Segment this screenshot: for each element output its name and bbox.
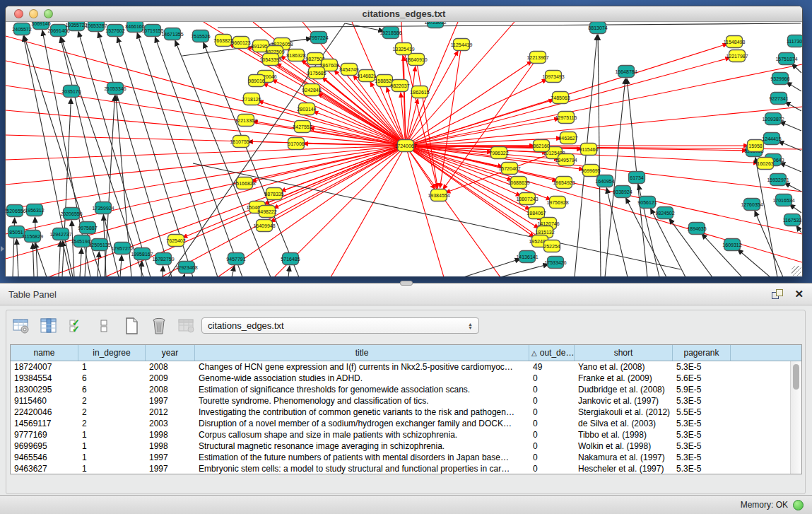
graph-node[interactable]: 9457791 xyxy=(226,253,245,265)
window-titlebar[interactable]: citations_edges.txt xyxy=(6,6,802,22)
graph-node[interactable]: 15958 xyxy=(748,140,764,152)
graph-node[interactable]: 13325419 xyxy=(392,43,414,55)
graph-node[interactable]: 1244415 xyxy=(762,133,781,145)
graph-node[interactable]: 18495794 xyxy=(555,154,577,166)
graph-node[interactable]: 19218586 xyxy=(379,27,401,39)
minimize-window-button[interactable] xyxy=(29,9,38,18)
float-panel-icon[interactable] xyxy=(772,289,783,299)
window-resize-grip[interactable] xyxy=(792,266,801,276)
graph-node[interactable]: 7663822 xyxy=(213,35,233,47)
graph-node[interactable]: 5878335 xyxy=(264,188,283,200)
graph-node[interactable]: 12217987 xyxy=(726,50,748,62)
graph-node[interactable]: 9338924 xyxy=(613,186,632,198)
table-row[interactable]: 911546021997Tourette syndrome. Phenomeno… xyxy=(11,395,790,407)
graph-node[interactable]: 12760354 xyxy=(741,199,763,211)
graph-node[interactable]: 1956312 xyxy=(25,204,44,216)
graph-node[interactable]: 20206556 xyxy=(60,208,82,220)
graph-node[interactable]: 15723012 xyxy=(424,22,446,28)
graph-node[interactable]: 9699695 xyxy=(581,165,600,177)
citation-network-graph[interactable]: 2405572306914020691406193557221065328715… xyxy=(6,22,802,276)
graph-node[interactable]: 9463627 xyxy=(558,132,577,144)
table-row[interactable]: 2242004622012Investigating the contribut… xyxy=(11,407,790,418)
graph-node[interactable]: 9822037 xyxy=(390,80,409,92)
graph-node[interactable]: 9329966 xyxy=(770,73,789,85)
column-header-year[interactable]: year xyxy=(146,345,195,361)
graph-node[interactable]: 160263 xyxy=(757,158,773,170)
graph-node[interactable]: 989016 xyxy=(248,75,264,87)
graph-node[interactable]: 12923468 xyxy=(175,262,197,274)
column-header-name[interactable]: name xyxy=(11,345,78,361)
graph-node[interactable]: 17240067 xyxy=(394,140,416,152)
graph-node[interactable]: 25206556 xyxy=(6,205,26,217)
graph-node[interactable]: 10719155 xyxy=(141,25,163,37)
column-header-title[interactable]: title xyxy=(195,345,529,361)
graph-node[interactable]: 15166828 xyxy=(233,177,255,189)
graph-node[interactable]: 8454749 xyxy=(339,64,358,76)
zoom-window-button[interactable] xyxy=(44,9,53,18)
graph-node[interactable]: 16409948 xyxy=(253,220,275,232)
graph-node[interactable]: 19384554 xyxy=(428,189,449,201)
graph-node[interactable]: 10543392 xyxy=(259,54,281,66)
graph-node[interactable]: 12505135 xyxy=(88,239,110,251)
graph-node[interactable]: 9660123 xyxy=(231,37,250,49)
graph-node[interactable]: 9824502 xyxy=(655,207,674,219)
graph-node[interactable]: 252254 xyxy=(543,240,560,252)
graph-node[interactable]: 7515526 xyxy=(191,30,210,42)
graph-node[interactable]: 17016534 xyxy=(772,194,794,206)
graph-node[interactable]: 15932971 xyxy=(767,174,789,186)
graph-node[interactable]: 15720407 xyxy=(498,163,520,175)
graph-node[interactable]: 7485063 xyxy=(551,92,570,104)
graph-node[interactable]: 12213363 xyxy=(235,115,257,127)
graph-node[interactable]: 18807243 xyxy=(516,193,538,205)
graph-node[interactable]: 7957224 xyxy=(309,32,328,44)
graph-node[interactable]: 1640954 xyxy=(595,175,614,187)
table-row[interactable]: 1938455462009Genome-wide association stu… xyxy=(11,373,790,384)
graph-node[interactable]: 9146821 xyxy=(357,70,376,82)
graph-node[interactable]: 16648784 xyxy=(615,66,637,78)
graph-node[interactable]: 1167533 xyxy=(783,214,802,226)
delete-trash-icon[interactable] xyxy=(149,316,169,336)
graph-node[interactable]: 14671355 xyxy=(161,28,183,40)
graph-node[interactable]: 14136141 xyxy=(516,251,538,263)
graph-node[interactable]: 9242848 xyxy=(302,84,321,96)
graph-node[interactable]: 2803144 xyxy=(297,103,316,115)
table-selector-dropdown[interactable]: citations_edges.txt ▲▼ xyxy=(201,317,479,334)
graph-node[interactable]: 8186328 xyxy=(286,49,305,62)
graph-node[interactable]: 12942737 xyxy=(49,228,71,240)
network-canvas[interactable]: 2405572306914020691406193557221065328715… xyxy=(6,22,802,276)
table-row[interactable]: 1830029562008Estimation of significance … xyxy=(11,384,790,395)
graph-node[interactable]: 17533426 xyxy=(544,257,566,269)
graph-node[interactable]: 1527602 xyxy=(105,25,124,37)
panel-collapse-arrow[interactable] xyxy=(1,246,4,252)
split-divider-handle[interactable] xyxy=(400,281,413,286)
graph-node[interactable]: 19756928 xyxy=(546,197,568,209)
select-column-icon[interactable] xyxy=(39,316,59,336)
close-panel-icon[interactable]: ✕ xyxy=(794,289,804,299)
graph-node[interactable]: 5716485 xyxy=(281,253,300,265)
graph-node[interactable]: 7625402 xyxy=(166,235,185,247)
table-row[interactable]: 946362711997Embryonic stem cells: a mode… xyxy=(11,463,790,474)
graph-node[interactable]: 2405572 xyxy=(12,23,31,35)
graph-node[interactable]: 21053346 xyxy=(104,83,126,95)
graph-node[interactable]: 9175685 xyxy=(307,67,326,79)
table-row[interactable]: 1456911722003Disruption of a novel membe… xyxy=(11,418,790,429)
graph-node[interactable]: 2718126 xyxy=(242,93,261,105)
graph-node[interactable]: 862160 xyxy=(533,140,549,152)
graph-node[interactable]: 9115460 xyxy=(579,144,599,156)
scrollbar-thumb[interactable] xyxy=(793,364,799,390)
table-row[interactable]: 969969511998Structural magnetic resonanc… xyxy=(11,440,790,452)
graph-node[interactable]: 1117304 xyxy=(787,35,802,47)
graph-node[interactable]: 11156829 xyxy=(22,230,43,243)
table-row[interactable]: 977716911998Corpus callosum shape and si… xyxy=(11,429,790,440)
graph-node[interactable]: 917006 xyxy=(288,138,304,150)
graph-node[interactable]: 12975115 xyxy=(555,112,577,124)
graph-node[interactable]: 12093872 xyxy=(762,113,784,125)
column-header-pagerank[interactable]: pagerank xyxy=(673,345,731,361)
column-header-in_degree[interactable]: in_degree xyxy=(78,345,146,361)
column-header-short[interactable]: short xyxy=(575,345,673,361)
column-header-out_de[interactable]: △out_de… xyxy=(529,345,575,361)
graph-node[interactable]: 1894635 xyxy=(687,223,706,235)
graph-node[interactable]: 2035170 xyxy=(61,86,81,98)
graph-node[interactable]: 18107554 xyxy=(230,136,252,148)
graph-node[interactable]: 11548498 xyxy=(724,36,746,48)
